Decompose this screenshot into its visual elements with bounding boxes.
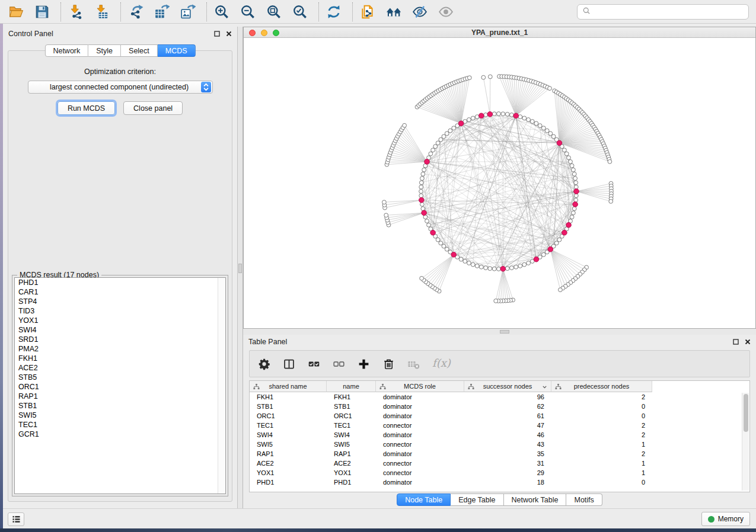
export-network-button[interactable]: [127, 3, 145, 21]
task-history-button[interactable]: [8, 512, 24, 526]
open-file-button[interactable]: [7, 3, 25, 21]
optimization-criterion-select[interactable]: largest connected component (undirected): [28, 81, 213, 94]
mcds-result-item[interactable]: STB1: [15, 401, 225, 411]
add-button[interactable]: [356, 357, 371, 371]
table-row[interactable]: TEC1TEC1connector472: [250, 421, 749, 430]
table-row[interactable]: ORC1ORC1dominator610: [250, 411, 749, 421]
mcds-node[interactable]: [574, 189, 579, 194]
mcds-result-item[interactable]: PHD1: [15, 278, 225, 287]
splitter-grip[interactable]: [500, 330, 509, 334]
column-header-shared-name[interactable]: shared name: [250, 381, 327, 392]
mcds-node[interactable]: [451, 252, 457, 258]
mcds-result-item[interactable]: GCR1: [15, 430, 225, 439]
mcds-result-item[interactable]: YOX1: [15, 316, 225, 325]
table-row[interactable]: ACE2ACE2connector311: [250, 459, 749, 468]
mcds-node[interactable]: [419, 197, 425, 203]
mcds-node[interactable]: [562, 230, 567, 235]
table-row[interactable]: YOX1YOX1connector291: [250, 468, 749, 477]
refresh-button[interactable]: [325, 3, 343, 21]
mcds-result-item[interactable]: RAP1: [15, 392, 225, 401]
show-graphics-details-button[interactable]: [437, 3, 455, 21]
mcds-node[interactable]: [425, 159, 430, 165]
select-all-button[interactable]: [307, 357, 321, 371]
clone-network-button[interactable]: [359, 3, 377, 21]
vertical-splitter[interactable]: [237, 27, 243, 508]
mcds-result-item[interactable]: FKH1: [15, 354, 225, 363]
save-session-button[interactable]: [33, 3, 51, 21]
deselect-all-button[interactable]: [331, 357, 346, 371]
mcds-node[interactable]: [487, 112, 493, 117]
close-panel-button-icon[interactable]: [744, 338, 751, 345]
table-row[interactable]: SWI5SWI5connector431: [250, 440, 749, 449]
close-panel-button[interactable]: Close panel: [123, 101, 183, 115]
mcds-result-item[interactable]: ACE2: [15, 363, 225, 373]
table-scrollbar[interactable]: [742, 393, 749, 491]
mcds-node[interactable]: [534, 257, 539, 262]
tab-style[interactable]: Style: [88, 44, 121, 57]
mcds-result-item[interactable]: ORC1: [15, 382, 225, 392]
import-network-button[interactable]: [67, 3, 85, 21]
mcds-result-item[interactable]: TID3: [15, 306, 225, 316]
hide-graphics-details-button[interactable]: [411, 3, 429, 21]
export-table-button[interactable]: [153, 3, 171, 21]
network-graph[interactable]: [244, 38, 755, 328]
mcds-node[interactable]: [548, 246, 553, 252]
mcds-node[interactable]: [513, 113, 519, 118]
table-row[interactable]: FKH1FKH1dominator962: [250, 392, 749, 402]
gear-button[interactable]: [257, 357, 272, 371]
export-image-button[interactable]: [179, 3, 197, 21]
mcds-result-list[interactable]: PHD1CAR1STP4TID3YOX1SWI4SRD1PMA2FKH1ACE2…: [14, 277, 226, 494]
table-row[interactable]: STB1STB1dominator620: [250, 402, 749, 411]
horizontal-splitter[interactable]: [243, 329, 756, 335]
mcds-result-item[interactable]: SRD1: [15, 335, 225, 344]
column-header-predecessor-nodes[interactable]: predecessor nodes: [551, 381, 652, 392]
column-header-successor-nodes[interactable]: successor nodes: [464, 381, 551, 392]
mcds-node[interactable]: [573, 202, 578, 207]
mcds-result-item[interactable]: SWI4: [15, 325, 225, 335]
float-panel-button[interactable]: [213, 30, 221, 37]
zoom-in-button[interactable]: [213, 3, 231, 21]
scrollbar-thumb[interactable]: [744, 394, 748, 432]
mcds-result-item[interactable]: STP4: [15, 297, 225, 306]
mcds-result-item[interactable]: CAR1: [15, 287, 225, 297]
splitter-grip[interactable]: [238, 264, 242, 273]
tab-network[interactable]: Network: [44, 44, 88, 57]
zoom-out-button[interactable]: [239, 3, 257, 21]
memory-button[interactable]: Memory: [701, 512, 750, 526]
search-input[interactable]: [595, 8, 744, 16]
tab-select[interactable]: Select: [121, 44, 158, 57]
tab-mcds[interactable]: MCDS: [158, 44, 196, 57]
mcds-node[interactable]: [557, 140, 562, 146]
tab-node-table[interactable]: Node Table: [397, 493, 451, 506]
mcds-result-item[interactable]: TEC1: [15, 420, 225, 430]
table-row[interactable]: RAP1RAP1dominator352: [250, 449, 749, 459]
mcds-node[interactable]: [430, 230, 436, 235]
zoom-selected-button[interactable]: [291, 3, 309, 21]
mcds-node[interactable]: [422, 210, 427, 216]
network-overview-button[interactable]: [385, 3, 403, 21]
float-panel-button[interactable]: [732, 338, 739, 345]
mcds-result-item[interactable]: SWI5: [15, 411, 225, 420]
column-header-MCDS-role[interactable]: MCDS role: [376, 381, 464, 392]
mcds-node[interactable]: [458, 121, 464, 126]
tab-network-table[interactable]: Network Table: [504, 493, 567, 506]
zoom-fit-icon: [266, 12, 282, 21]
mcds-result-item[interactable]: STB5: [15, 373, 225, 382]
mcds-node[interactable]: [479, 113, 484, 118]
mcds-result-item[interactable]: PMA2: [15, 344, 225, 354]
mcds-node[interactable]: [566, 223, 572, 228]
network-canvas[interactable]: [244, 38, 755, 328]
column-header-name[interactable]: name: [327, 381, 376, 392]
mcds-node[interactable]: [500, 267, 506, 272]
mcds-list-scrollbar[interactable]: [218, 278, 225, 493]
close-panel-button-icon[interactable]: [225, 30, 232, 37]
columns-button[interactable]: [282, 357, 296, 371]
delete-button[interactable]: [381, 357, 396, 371]
table-row[interactable]: SWI4SWI4dominator462: [250, 430, 749, 440]
import-table-button[interactable]: [93, 3, 111, 21]
tab-edge-table[interactable]: Edge Table: [451, 493, 503, 506]
table-row[interactable]: PHD1PHD1dominator180: [250, 477, 749, 487]
run-mcds-button[interactable]: Run MCDS: [58, 101, 115, 115]
tab-motifs[interactable]: Motifs: [566, 493, 602, 506]
zoom-fit-button[interactable]: [265, 3, 283, 21]
